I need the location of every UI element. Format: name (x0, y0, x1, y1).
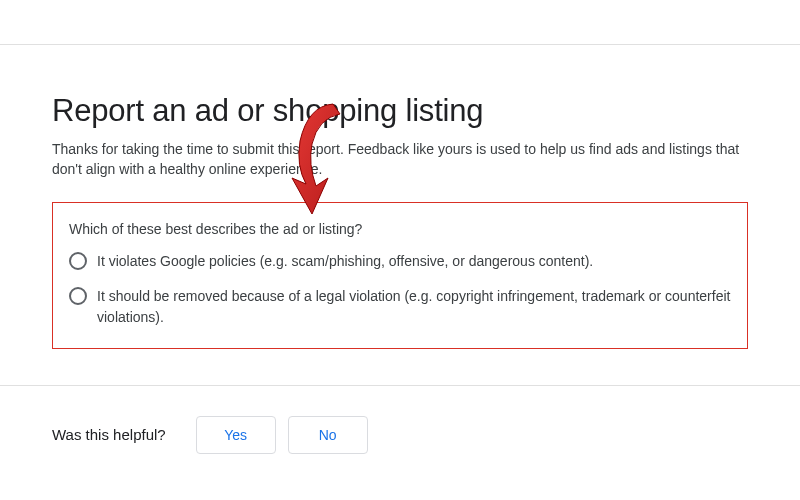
yes-button[interactable]: Yes (196, 416, 276, 454)
radio-option-legal-violation[interactable]: It should be removed because of a legal … (69, 286, 731, 328)
question-label: Which of these best describes the ad or … (69, 221, 731, 237)
top-divider (0, 44, 800, 45)
radio-icon (69, 287, 87, 305)
radio-icon (69, 252, 87, 270)
main-content: Report an ad or shopping listing Thanks … (0, 93, 800, 349)
question-box: Which of these best describes the ad or … (52, 202, 748, 349)
page-title: Report an ad or shopping listing (52, 93, 748, 129)
no-button[interactable]: No (288, 416, 368, 454)
radio-option-policy-violation[interactable]: It violates Google policies (e.g. scam/p… (69, 251, 731, 272)
radio-label: It violates Google policies (e.g. scam/p… (97, 251, 593, 272)
intro-text: Thanks for taking the time to submit thi… (52, 139, 748, 180)
helpful-section: Was this helpful? Yes No (0, 416, 800, 454)
radio-label: It should be removed because of a legal … (97, 286, 731, 328)
helpful-label: Was this helpful? (52, 426, 166, 443)
section-divider (0, 385, 800, 386)
